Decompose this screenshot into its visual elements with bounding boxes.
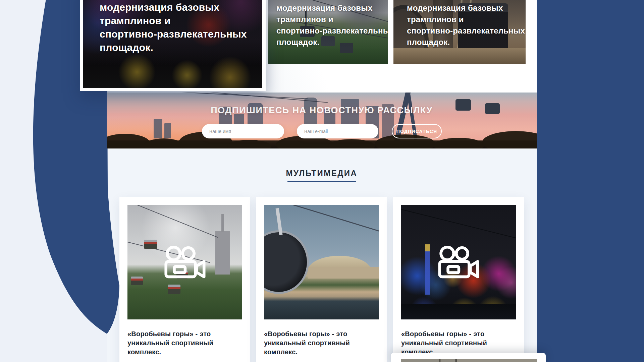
slide-caption-line: спортивно-развлекательных bbox=[407, 25, 525, 37]
illuminated-tower bbox=[425, 244, 430, 295]
carousel-slide[interactable]: модернизация базовых трамплинов и спорти… bbox=[268, 0, 388, 64]
slide-caption-line: спортивно-развлекательных bbox=[276, 25, 388, 37]
slide-caption-line: площадок. bbox=[276, 37, 388, 48]
slide-caption-line: спортивно-развлекательных bbox=[100, 27, 247, 41]
multimedia-card-video[interactable]: «Воробьевы горы» - это уникальный спорти… bbox=[393, 197, 524, 362]
caption-line: комплекс. bbox=[127, 348, 242, 357]
caption-line: «Воробьевы горы» - это bbox=[127, 329, 242, 339]
multimedia-caption: «Воробьевы горы» - это уникальный спорти… bbox=[401, 329, 516, 357]
multimedia-card-photo[interactable]: «Воробьевы горы» - это уникальный спорти… bbox=[256, 197, 387, 362]
caption-line: «Воробьевы горы» - это bbox=[401, 329, 516, 339]
slide-caption-line: модернизация базовых bbox=[407, 2, 525, 14]
multimedia-card-video[interactable]: «Воробьевы горы» - это уникальный спорти… bbox=[119, 197, 250, 362]
gondola-shape bbox=[144, 240, 157, 249]
peeking-card-image bbox=[401, 359, 537, 362]
caption-line: комплекс. bbox=[264, 348, 379, 357]
stadium-facade bbox=[308, 267, 379, 279]
newsletter-banner: ПОДПИШИТЕСЬ НА НОВОСТНУЮ РАССЫЛКУ ПОДПИС… bbox=[107, 93, 537, 148]
gondola-shape bbox=[131, 277, 143, 285]
subscribe-button[interactable]: ПОДПИСАТЬСЯ bbox=[392, 124, 442, 138]
tree-silhouette bbox=[144, 138, 184, 148]
caption-line: уникальный спортивный bbox=[264, 339, 379, 348]
water-silhouette bbox=[401, 304, 516, 319]
multimedia-heading: МУЛЬТИМЕДИА bbox=[107, 169, 537, 182]
cable-line bbox=[127, 205, 218, 238]
slide-caption: модернизация базовых трамплинов и спорти… bbox=[100, 1, 247, 54]
multimedia-photo-cable-cars bbox=[127, 205, 242, 319]
slide-caption-line: трамплинов и bbox=[407, 14, 525, 25]
gondola-shape bbox=[168, 285, 180, 294]
slide-caption-line: площадок. bbox=[407, 37, 525, 48]
slide-caption: модернизация базовых трамплинов и спорти… bbox=[276, 2, 388, 48]
caption-line: «Воробьевы горы» - это bbox=[264, 329, 379, 339]
msu-spire bbox=[221, 214, 224, 232]
multimedia-photo-night-lights bbox=[401, 205, 516, 319]
slide-caption-line: модернизация базовых bbox=[276, 2, 388, 14]
caption-line: уникальный спортивный bbox=[127, 339, 242, 348]
multimedia-caption: «Воробьевы горы» - это уникальный спорти… bbox=[264, 329, 379, 357]
caption-line: уникальный спортивный bbox=[401, 339, 516, 348]
slide-caption-line: трамплинов и bbox=[100, 14, 247, 27]
page: модернизация базовых трамплинов и спорти… bbox=[0, 0, 644, 362]
multimedia-caption: «Воробьевы горы» - это уникальный спорти… bbox=[127, 329, 242, 357]
newsletter-form: ПОДПИСАТЬСЯ bbox=[107, 124, 537, 138]
slide-caption-line: модернизация базовых bbox=[100, 1, 247, 14]
multimedia-photo-cabin-stadium bbox=[264, 205, 379, 319]
cable-cabin-shape bbox=[264, 230, 309, 294]
name-input[interactable] bbox=[202, 124, 284, 138]
email-input[interactable] bbox=[297, 124, 378, 138]
right-background-band bbox=[537, 0, 644, 362]
peeking-card[interactable] bbox=[391, 353, 546, 362]
newsletter-title: ПОДПИШИТЕСЬ НА НОВОСТНУЮ РАССЫЛКУ bbox=[107, 105, 537, 116]
video-camera-icon bbox=[164, 245, 206, 279]
carousel-slide-active[interactable]: модернизация базовых трамплинов и спорти… bbox=[80, 0, 266, 91]
video-camera-icon bbox=[438, 245, 479, 279]
tree-silhouette bbox=[434, 138, 484, 148]
heading-underline bbox=[287, 181, 356, 182]
multimedia-title: МУЛЬТИМЕДИА bbox=[286, 169, 358, 178]
carousel-slide[interactable]: модернизация базовых трамплинов и спорти… bbox=[393, 0, 526, 64]
slide-caption-line: площадок. bbox=[100, 41, 247, 54]
slide-caption-line: трамплинов и bbox=[276, 14, 388, 25]
slide-caption: модернизация базовых трамплинов и спорти… bbox=[407, 2, 525, 48]
cable-line bbox=[401, 209, 516, 242]
